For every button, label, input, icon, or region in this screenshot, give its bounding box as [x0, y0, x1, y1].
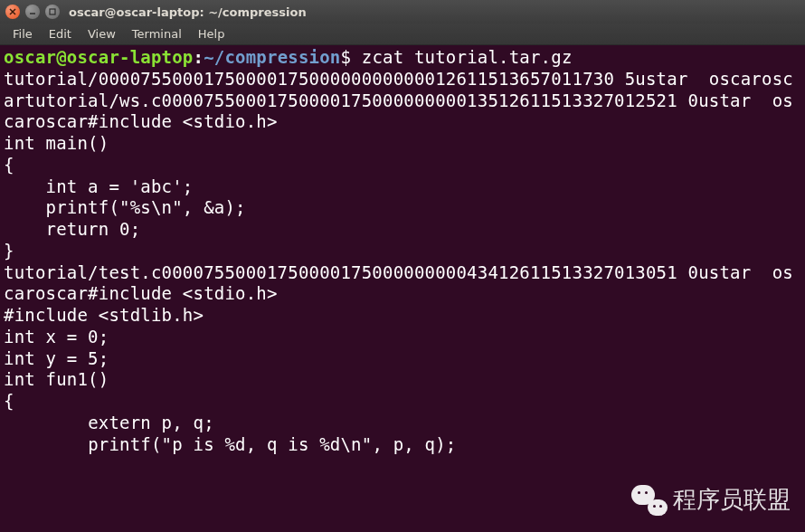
- output-line: }: [4, 241, 801, 262]
- output-line: {: [4, 391, 801, 413]
- minimize-icon[interactable]: [25, 5, 40, 19]
- watermark: 程序员联盟: [631, 484, 791, 516]
- output-line: int a = 'abc';: [4, 176, 801, 198]
- svg-rect-0: [50, 9, 55, 14]
- window-titlebar: oscar@oscar-laptop: ~/compression: [0, 0, 805, 24]
- output-line: extern p, q;: [4, 413, 801, 434]
- maximize-icon[interactable]: [45, 5, 60, 19]
- close-icon[interactable]: [5, 5, 20, 19]
- command-text: zcat tutorial.tar.gz: [362, 47, 573, 67]
- menu-edit[interactable]: Edit: [42, 25, 79, 43]
- wechat-icon: [631, 485, 668, 516]
- output-line: printf("%s\n", &a);: [4, 197, 801, 219]
- output-line: int y = 5;: [4, 348, 801, 370]
- watermark-text: 程序员联盟: [673, 484, 791, 516]
- prompt-path: ~/compression: [204, 47, 340, 67]
- menubar: File Edit View Terminal Help: [0, 24, 805, 45]
- menu-view[interactable]: View: [80, 25, 123, 43]
- output-line: tutorial/0000755000175000017500000000000…: [4, 69, 801, 133]
- window-controls: [5, 5, 60, 19]
- output-line: int main(): [4, 133, 801, 155]
- output-line: {: [4, 155, 801, 176]
- prompt-colon: :: [194, 47, 204, 67]
- menu-file[interactable]: File: [5, 25, 40, 43]
- output-line: tutorial/test.c0000755000175000017500000…: [4, 262, 801, 306]
- terminal-output[interactable]: oscar@oscar-laptop:~/compression$ zcat t…: [0, 45, 805, 532]
- output-line: #include <stdlib.h>: [4, 305, 801, 327]
- output-line: int x = 0;: [4, 327, 801, 348]
- prompt-line: oscar@oscar-laptop:~/compression$ zcat t…: [4, 47, 801, 69]
- window-title: oscar@oscar-laptop: ~/compression: [69, 5, 307, 19]
- output-line: printf("p is %d, q is %d\n", p, q);: [4, 434, 801, 456]
- prompt-user-host: oscar@oscar-laptop: [4, 47, 194, 67]
- menu-terminal[interactable]: Terminal: [125, 25, 189, 43]
- output-line: return 0;: [4, 219, 801, 241]
- menu-help[interactable]: Help: [191, 25, 232, 43]
- prompt-symbol: $: [340, 47, 351, 67]
- output-line: int fun1(): [4, 369, 801, 391]
